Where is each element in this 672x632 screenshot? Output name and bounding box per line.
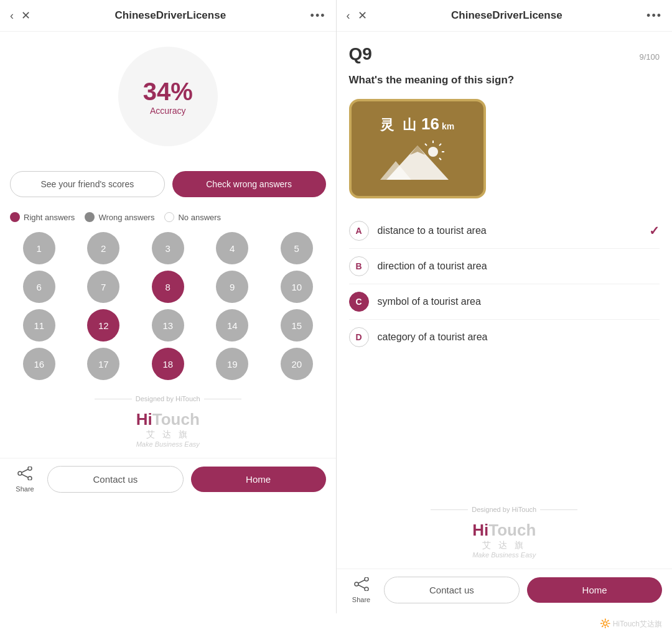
- right-designed-by: Designed by HiTouch: [337, 501, 673, 516]
- svg-point-2: [28, 476, 32, 480]
- right-logo-touch: Touch: [488, 521, 536, 539]
- right-logo-chinese: 艾 达 旗: [337, 540, 673, 551]
- svg-point-15: [365, 577, 368, 581]
- num-circle-5[interactable]: 5: [281, 232, 313, 264]
- left-share-icon: [17, 467, 32, 484]
- option-d[interactable]: D category of a tourist area: [349, 320, 660, 355]
- right-nav-dots[interactable]: •••: [646, 9, 662, 22]
- sign-mountain-svg: [380, 139, 455, 183]
- option-a[interactable]: A distance to a tourist area ✓: [349, 213, 660, 249]
- left-share-button[interactable]: Share: [10, 467, 40, 493]
- svg-point-5: [428, 147, 438, 157]
- left-phone-panel: ‹ ✕ ChineseDriverLicense ••• 34% Accurac…: [0, 0, 337, 613]
- left-share-label: Share: [16, 485, 34, 493]
- option-a-circle: A: [349, 221, 369, 241]
- left-close-icon[interactable]: ✕: [21, 9, 30, 22]
- svg-point-1: [28, 467, 32, 470]
- num-circle-18[interactable]: 18: [152, 348, 184, 380]
- num-circle-15[interactable]: 15: [281, 309, 313, 342]
- num-circle-7[interactable]: 7: [87, 271, 119, 303]
- watermark-text: HiTouch艾达旗: [613, 620, 662, 628]
- num-circle-12[interactable]: 12: [87, 309, 119, 342]
- legend-no: No answers: [164, 212, 221, 222]
- sign-chinese: 灵 山: [380, 116, 419, 134]
- num-circle-8[interactable]: 8: [152, 271, 184, 303]
- num-circle-4[interactable]: 4: [216, 232, 248, 264]
- accuracy-percent: 34%: [143, 78, 193, 106]
- num-circle-10[interactable]: 10: [281, 271, 313, 303]
- question-header: Q9 9/100: [349, 44, 660, 64]
- svg-point-14: [355, 582, 358, 586]
- accuracy-label: Accuracy: [150, 106, 186, 116]
- left-logo-chinese: 艾 达 旗: [0, 429, 336, 440]
- svg-line-18: [358, 585, 365, 588]
- num-circle-2[interactable]: 2: [87, 232, 119, 264]
- left-logo-hi: Hi: [136, 410, 152, 429]
- option-a-text: distance to a tourist area: [378, 225, 641, 236]
- left-hitouch-logo: HiTouch 艾 达 旗 Make Business Easy: [0, 405, 336, 458]
- right-logo-hi: Hi: [472, 521, 488, 539]
- question-num: Q9: [349, 44, 372, 64]
- right-share-icon: [354, 577, 369, 595]
- option-c[interactable]: C symbol of a tourist area: [349, 284, 660, 320]
- right-logo-tagline: Make Business Easy: [337, 551, 673, 559]
- right-hitouch-logo: HiTouch 艾 达 旗 Make Business Easy: [337, 516, 673, 569]
- accuracy-circle: 34% Accuracy: [118, 47, 218, 146]
- numbers-grid: 1234567891011121314151617181920: [0, 232, 336, 390]
- right-phone-panel: ‹ ✕ ChineseDriverLicense ••• Q9 9/100 Wh…: [337, 0, 673, 613]
- legend-right: Right answers: [10, 212, 75, 222]
- right-home-button[interactable]: Home: [527, 577, 662, 603]
- num-circle-6[interactable]: 6: [23, 271, 55, 303]
- num-circle-17[interactable]: 17: [87, 348, 119, 380]
- left-nav-dots[interactable]: •••: [310, 9, 326, 22]
- svg-line-4: [22, 474, 28, 477]
- right-share-button[interactable]: Share: [347, 577, 376, 603]
- question-progress: 9/100: [639, 52, 660, 62]
- right-nav-bar: ‹ ✕ ChineseDriverLicense •••: [337, 0, 673, 32]
- question-text: What's the meaning of this sign?: [349, 74, 660, 86]
- left-logo-text: HiTouch: [0, 410, 336, 429]
- num-circle-13[interactable]: 13: [152, 309, 184, 342]
- svg-point-0: [18, 472, 22, 475]
- svg-point-16: [365, 587, 368, 591]
- right-share-label: Share: [352, 596, 370, 603]
- num-circle-3[interactable]: 3: [152, 232, 184, 264]
- option-c-text: symbol of a tourist area: [378, 296, 660, 307]
- left-logo-tagline: Make Business Easy: [0, 440, 336, 448]
- num-circle-9[interactable]: 9: [216, 271, 248, 303]
- right-close-icon[interactable]: ✕: [358, 9, 367, 22]
- svg-line-7: [439, 144, 441, 146]
- svg-line-17: [358, 580, 365, 583]
- sign-km-unit: km: [442, 121, 454, 131]
- num-circle-11[interactable]: 11: [23, 309, 55, 342]
- legend-wrong: Wrong answers: [85, 212, 154, 222]
- right-bottom-nav: Share Contact us Home: [337, 569, 673, 613]
- legend-right-label: Right answers: [24, 213, 75, 222]
- num-circle-19[interactable]: 19: [216, 348, 248, 380]
- right-contact-button[interactable]: Contact us: [384, 577, 520, 603]
- num-circle-14[interactable]: 14: [216, 309, 248, 342]
- friend-scores-button[interactable]: See your friend's scores: [10, 171, 165, 197]
- right-logo-text: HiTouch: [337, 521, 673, 540]
- option-b-circle: B: [349, 256, 369, 276]
- legend-wrong-label: Wrong answers: [98, 213, 154, 222]
- sign-text-row: 灵 山 16 km: [380, 114, 454, 134]
- left-logo-touch: Touch: [152, 410, 200, 429]
- svg-line-10: [425, 144, 427, 146]
- right-back-icon[interactable]: ‹: [347, 9, 350, 22]
- svg-line-9: [439, 158, 441, 160]
- option-b-text: direction of a tourist area: [378, 261, 660, 272]
- num-circle-1[interactable]: 1: [23, 232, 55, 264]
- quiz-content: Q9 9/100 What's the meaning of this sign…: [337, 32, 673, 501]
- num-circle-16[interactable]: 16: [23, 348, 55, 380]
- left-home-button[interactable]: Home: [191, 467, 326, 492]
- left-bottom-nav: Share Contact us Home: [0, 458, 336, 503]
- accuracy-section: 34% Accuracy: [0, 32, 336, 171]
- left-designed-by: Designed by HiTouch: [0, 390, 336, 405]
- legend-no-dot: [164, 212, 174, 222]
- option-b[interactable]: B direction of a tourist area: [349, 249, 660, 284]
- check-wrong-button[interactable]: Check wrong answers: [172, 171, 326, 197]
- left-contact-button[interactable]: Contact us: [47, 466, 184, 493]
- num-circle-20[interactable]: 20: [281, 348, 313, 380]
- left-back-icon[interactable]: ‹: [10, 9, 14, 22]
